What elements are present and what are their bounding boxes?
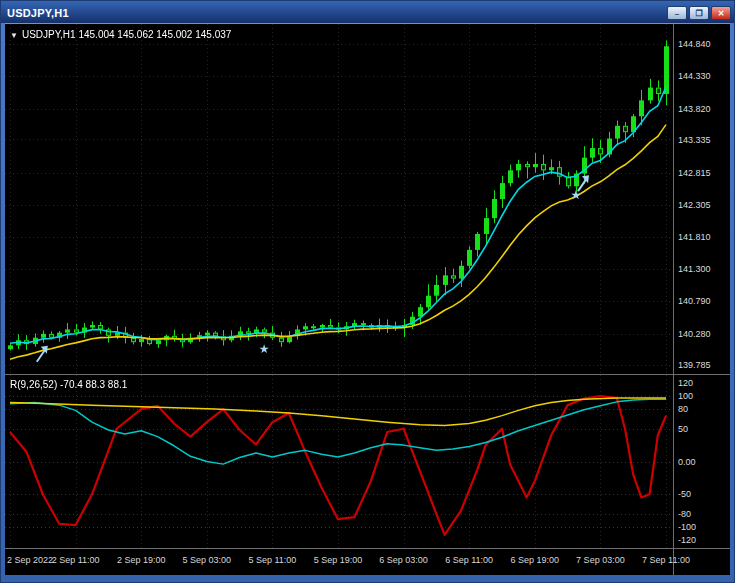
panel-separator-line <box>5 374 730 375</box>
minimize-button[interactable]: – <box>667 6 687 20</box>
ohlc-header: ▼USDJPY,H1 145.004 145.062 145.002 145.0… <box>10 29 231 40</box>
window-title: USDJPY,H1 <box>7 7 667 19</box>
indicator-tick-label: 120 <box>678 378 693 388</box>
time-tick-label: 6 Sep 11:00 <box>445 555 493 565</box>
price-tick-label: 144.330 <box>678 71 711 81</box>
indicator-tick-label: 100 <box>678 391 693 401</box>
time-tick-label: 2 Sep 2022 <box>7 555 53 565</box>
time-tick-label: 5 Sep 19:00 <box>314 555 363 565</box>
chart-collapse-icon[interactable]: ▼ <box>10 31 18 40</box>
time-tick-label: 2 Sep 11:00 <box>52 555 100 565</box>
chart-client-area: ▼USDJPY,H1 145.004 145.062 145.002 145.0… <box>5 23 730 575</box>
time-tick-label: 2 Sep 19:00 <box>117 555 166 565</box>
price-tick-label: 142.815 <box>678 168 711 178</box>
time-tick-label: 7 Sep 03:00 <box>576 555 625 565</box>
price-tick-label: 140.790 <box>678 296 711 306</box>
price-tick-label: 140.280 <box>678 329 711 339</box>
price-tick-label: 143.335 <box>678 135 711 145</box>
time-axis[interactable]: 2 Sep 20222 Sep 11:002 Sep 19:005 Sep 03… <box>5 549 730 575</box>
indicator-tick-label: -120 <box>678 535 696 545</box>
time-tick-label: 6 Sep 03:00 <box>379 555 428 565</box>
price-tick-label: 141.810 <box>678 232 711 242</box>
price-tick-label: 141.300 <box>678 264 711 274</box>
ohlc-label: USDJPY,H1 145.004 145.062 145.002 145.03… <box>22 29 231 40</box>
price-tick-label: 139.785 <box>678 360 711 370</box>
window-controls: – ❐ ✕ <box>667 6 731 20</box>
time-tick-label: 5 Sep 03:00 <box>183 555 232 565</box>
time-tick-label: 7 Sep 11:00 <box>642 555 690 565</box>
price-tick-label: 142.305 <box>678 200 711 210</box>
time-tick-label: 6 Sep 19:00 <box>511 555 560 565</box>
indicator-tick-label: -50 <box>678 489 691 499</box>
price-tick-label: 143.820 <box>678 104 711 114</box>
indicator-tick-label: 0.00 <box>678 457 696 467</box>
indicator-tick-label: 50 <box>678 424 688 434</box>
price-tick-label: 144.840 <box>678 39 711 49</box>
close-button[interactable]: ✕ <box>711 6 731 20</box>
title-bar[interactable]: USDJPY,H1 – ❐ ✕ <box>1 1 734 23</box>
indicator-label: R(9,26,52) -70.4 88.3 88.1 <box>10 379 127 390</box>
price-axis[interactable]: 144.840144.330143.820143.335142.815142.3… <box>674 24 730 374</box>
indicator-tick-label: -100 <box>678 522 696 532</box>
indicator-canvas[interactable] <box>5 375 673 548</box>
chart-window: USDJPY,H1 – ❐ ✕ ▼USDJPY,H1 145.004 145.0… <box>0 0 735 583</box>
indicator-tick-label: -80 <box>678 509 691 519</box>
indicator-tick-label: 80 <box>678 404 688 414</box>
restore-button[interactable]: ❐ <box>689 6 709 20</box>
indicator-axis[interactable]: 12010080500.00-50-80-100-120 <box>674 375 730 548</box>
main-chart-canvas[interactable] <box>5 24 673 374</box>
time-tick-label: 5 Sep 11:00 <box>248 555 296 565</box>
